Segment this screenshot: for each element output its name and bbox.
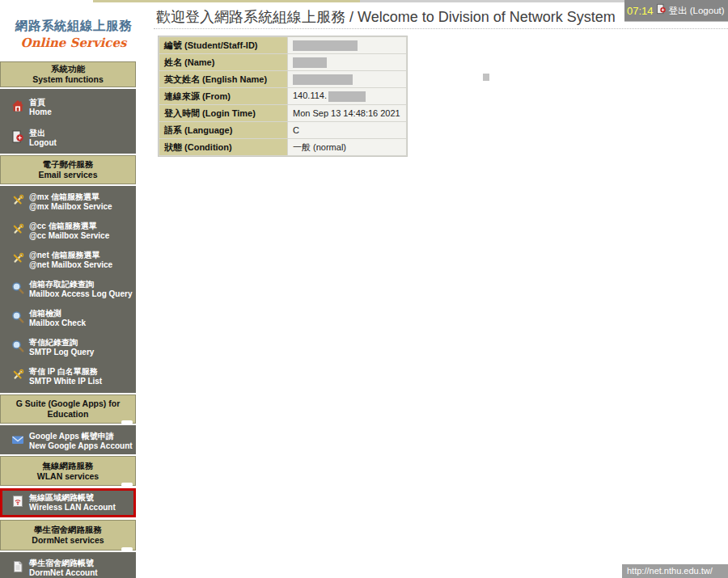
status-bar: http://net.nthu.edu.tw/ bbox=[622, 564, 728, 578]
row-label: 狀態 (Condition) bbox=[159, 139, 287, 155]
section-header-en: DormNet services bbox=[1, 535, 135, 546]
section-header-en: System functions bbox=[1, 74, 135, 85]
sidebar-item-label: 信箱檢測Mailbox Check bbox=[29, 309, 86, 328]
sidebar-item-label: Google Apps 帳號申請New Google Apps Account bbox=[29, 432, 133, 451]
sidebar-section-system-functions: 系統功能 System functions bbox=[0, 61, 136, 87]
row-value bbox=[288, 71, 406, 87]
row-value: Mon Sep 13 14:48:16 2021 bbox=[288, 105, 406, 121]
sidebar-item-label: 登出Logout bbox=[29, 129, 57, 148]
table-row: 英文姓名 (English Name) bbox=[159, 71, 406, 87]
menu-block-gsuite: Google Apps 帳號申請New Google Apps Account bbox=[0, 425, 136, 454]
sidebar-item-label: 信箱存取記錄查詢Mailbox Access Log Query bbox=[29, 280, 132, 299]
tools-icon bbox=[11, 252, 24, 268]
sidebar-item-mailbox-access-log-query[interactable]: 信箱存取記錄查詢Mailbox Access Log Query bbox=[0, 275, 136, 304]
row-value: C bbox=[288, 122, 406, 138]
section-header-en: WLAN services bbox=[1, 471, 135, 482]
section-header-line2: Education bbox=[1, 409, 135, 420]
logout-label: 登出 (Logout) bbox=[669, 5, 725, 17]
user-info-table: 編號 (Student/Staff-ID) 姓名 (Name) 英文姓名 (En… bbox=[158, 36, 408, 157]
row-value bbox=[288, 37, 406, 53]
magnifier-icon bbox=[11, 310, 24, 327]
section-header-cn: 電子郵件服務 bbox=[1, 159, 135, 170]
tools-icon bbox=[11, 194, 24, 210]
redacted-value bbox=[328, 91, 366, 102]
site-logo-english: Online Services bbox=[6, 36, 141, 50]
menu-block-wlan-highlighted: 無線區域網路帳號Wireless LAN Account bbox=[0, 488, 136, 517]
magnifier-icon bbox=[11, 340, 24, 356]
row-value bbox=[288, 54, 406, 70]
redacted-value bbox=[293, 57, 327, 68]
header-dash-decoration bbox=[121, 483, 133, 487]
logout-icon bbox=[656, 3, 667, 18]
row-label: 姓名 (Name) bbox=[159, 54, 287, 70]
table-row: 語系 (Language) C bbox=[159, 122, 406, 138]
row-value: 一般 (normal) bbox=[288, 139, 406, 155]
header-dash-decoration bbox=[121, 420, 133, 424]
envelope-icon bbox=[11, 433, 24, 449]
sidebar-item-mailbox-check[interactable]: 信箱檢測Mailbox Check bbox=[0, 304, 136, 333]
row-label: 編號 (Student/Staff-ID) bbox=[159, 37, 287, 53]
table-row: 連線來源 (From) 140.114. bbox=[159, 88, 406, 104]
section-header-cn: 無線網路服務 bbox=[1, 461, 135, 471]
sidebar-item-label: 寄信 IP 白名單服務SMTP White IP List bbox=[29, 367, 102, 386]
menu-block-dormnet: 學生宿舍網路帳號DormNet Account bbox=[0, 552, 136, 578]
sidebar-item-home[interactable]: 首頁Home bbox=[0, 92, 136, 123]
sidebar-item-smtp-log-query[interactable]: 寄信紀錄查詢SMTP Log Query bbox=[0, 333, 136, 362]
ip-prefix: 140.114. bbox=[293, 91, 327, 100]
sidebar-item-label: @mx 信箱服務選單@mx Mailbox Service bbox=[29, 192, 112, 212]
menu-block-email: @mx 信箱服務選單@mx Mailbox Service @cc 信箱服務選單… bbox=[0, 186, 136, 393]
sidebar-section-dormnet-services: 學生宿舍網路服務 DormNet services bbox=[0, 520, 136, 551]
row-label: 語系 (Language) bbox=[159, 122, 287, 138]
table-row: 編號 (Student/Staff-ID) bbox=[159, 37, 406, 53]
top-edge-strip-gray bbox=[360, 0, 624, 2]
sidebar-item-label: 學生宿舍網路帳號DormNet Account bbox=[29, 559, 98, 578]
tools-icon bbox=[11, 369, 24, 385]
row-label: 英文姓名 (English Name) bbox=[159, 71, 287, 87]
sidebar-item-label: @cc 信箱服務選單@cc Mailbox Service bbox=[29, 221, 109, 241]
browser-page: 網路系統組線上服務 Online Services 歡迎登入網路系統組線上服務 … bbox=[0, 0, 728, 578]
section-header-cn: 系統功能 bbox=[1, 64, 135, 74]
topbar-logout[interactable]: 07:14 登出 (Logout) bbox=[624, 0, 728, 22]
redacted-value bbox=[293, 40, 358, 51]
sidebar-item-logout[interactable]: 登出Logout bbox=[0, 123, 136, 154]
sidebar-item-net-mailbox-service[interactable]: @net 信箱服務選單@net Mailbox Service bbox=[0, 246, 136, 275]
home-icon bbox=[11, 99, 24, 116]
redacted-value bbox=[293, 74, 353, 85]
site-logo-chinese: 網路系統組線上服務 bbox=[6, 18, 141, 35]
tools-icon bbox=[11, 223, 24, 239]
sidebar-section-gsuite: G Suite (Google Apps) for Education bbox=[0, 394, 136, 424]
section-header-line1: G Suite (Google Apps) for bbox=[1, 399, 135, 409]
logout-icon bbox=[11, 130, 24, 146]
sidebar-section-email-services: 電子郵件服務 Email services bbox=[0, 155, 136, 184]
broken-image-placeholder bbox=[483, 74, 489, 81]
menu-block-system: 首頁Home 登出Logout bbox=[0, 89, 136, 154]
sidebar-section-wlan-services: 無線網路服務 WLAN services bbox=[0, 456, 136, 486]
sidebar-item-cc-mailbox-service[interactable]: @cc 信箱服務選單@cc Mailbox Service bbox=[0, 217, 136, 246]
section-header-en: Email services bbox=[1, 170, 135, 180]
row-label: 登入時間 (Login Time) bbox=[159, 105, 287, 121]
title-divider bbox=[154, 28, 728, 29]
magnifier-icon bbox=[11, 281, 24, 297]
sidebar-item-new-google-apps-account[interactable]: Google Apps 帳號申請New Google Apps Account bbox=[0, 427, 136, 456]
clock-time: 07:14 bbox=[627, 5, 654, 17]
sidebar-item-label: @net 信箱服務選單@net Mailbox Service bbox=[29, 251, 112, 270]
document-icon bbox=[11, 560, 24, 576]
header-dash-decoration bbox=[121, 547, 133, 551]
sidebar-item-label: 寄信紀錄查詢SMTP Log Query bbox=[29, 338, 94, 357]
wifi-document-icon bbox=[11, 495, 24, 511]
sidebar-item-smtp-white-ip-list[interactable]: 寄信 IP 白名單服務SMTP White IP List bbox=[0, 362, 136, 391]
table-row: 姓名 (Name) bbox=[159, 54, 406, 70]
row-value: 140.114. bbox=[288, 88, 406, 104]
table-row: 狀態 (Condition) 一般 (normal) bbox=[159, 139, 406, 155]
sidebar-item-dormnet-account[interactable]: 學生宿舍網路帳號DormNet Account bbox=[0, 554, 136, 578]
sidebar-item-label: 首頁Home bbox=[29, 98, 52, 117]
sidebar-item-wireless-lan-account[interactable]: 無線區域網路帳號Wireless LAN Account bbox=[2, 491, 133, 515]
sidebar-item-mx-mailbox-service[interactable]: @mx 信箱服務選單@mx Mailbox Service bbox=[0, 188, 136, 217]
sidebar-nav: 系統功能 System functions 首頁Home 登出Logout 電子… bbox=[0, 61, 136, 578]
sidebar-item-label: 無線區域網路帳號Wireless LAN Account bbox=[29, 493, 116, 513]
table-row: 登入時間 (Login Time) Mon Sep 13 14:48:16 20… bbox=[159, 105, 406, 121]
row-label: 連線來源 (From) bbox=[159, 88, 287, 104]
section-header-cn: 學生宿舍網路服務 bbox=[1, 525, 135, 535]
status-url: http://net.nthu.edu.tw/ bbox=[627, 566, 713, 576]
site-logo: 網路系統組線上服務 Online Services bbox=[6, 18, 141, 50]
